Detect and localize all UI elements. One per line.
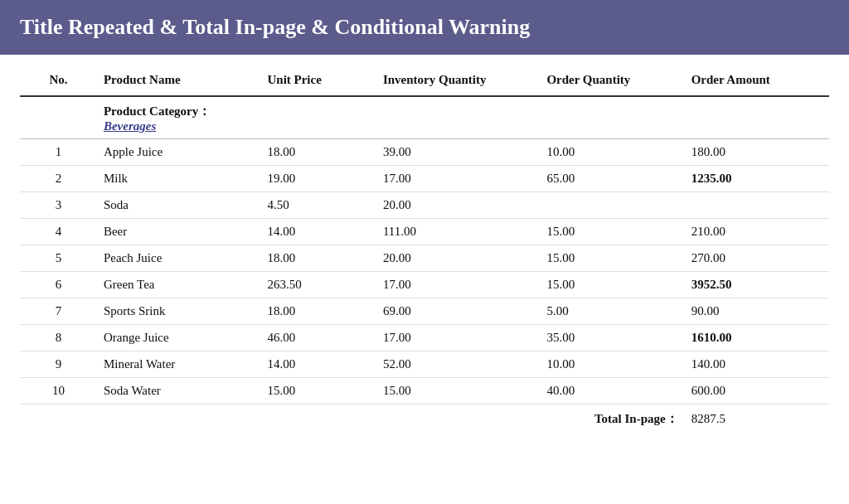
col-header-no: No. xyxy=(20,65,97,96)
cell-order-quantity: 5.00 xyxy=(540,298,684,325)
category-value: Beverages xyxy=(104,119,156,133)
category-filler xyxy=(260,96,829,139)
cell-unit-price: 18.00 xyxy=(260,245,376,272)
table-row: 5 Peach Juice 18.00 20.00 15.00 270.00 xyxy=(20,245,829,272)
category-empty xyxy=(20,96,97,139)
cell-order-amount: 140.00 xyxy=(685,351,829,378)
cell-product-name: Green Tea xyxy=(97,272,261,298)
table-row: 6 Green Tea 263.50 17.00 15.00 3952.50 xyxy=(20,272,829,298)
cell-order-amount: 270.00 xyxy=(685,245,829,272)
cell-no: 1 xyxy=(20,139,97,166)
category-label-cell: Product Category： Beverages xyxy=(97,96,261,139)
cell-inventory-quantity: 20.00 xyxy=(376,245,541,272)
cell-inventory-quantity: 15.00 xyxy=(376,378,541,405)
cell-order-amount: 1235.00 xyxy=(685,166,829,192)
category-label: Product Category： xyxy=(104,104,211,118)
table-row: 9 Mineral Water 14.00 52.00 10.00 140.00 xyxy=(20,351,829,378)
header-bar: Title Repeated & Total In-page & Conditi… xyxy=(0,0,849,55)
cell-unit-price: 14.00 xyxy=(260,219,376,245)
table-body: Product Category： Beverages 1 Apple Juic… xyxy=(20,96,829,434)
cell-order-amount: 210.00 xyxy=(685,219,829,245)
cell-unit-price: 14.00 xyxy=(260,351,376,378)
cell-order-amount: 180.00 xyxy=(685,139,829,166)
table-row: 8 Orange Juice 46.00 17.00 35.00 1610.00 xyxy=(20,325,829,351)
cell-order-quantity: 65.00 xyxy=(540,166,684,192)
cell-order-quantity: 10.00 xyxy=(540,351,684,378)
cell-order-amount: 600.00 xyxy=(685,378,829,405)
cell-product-name: Milk xyxy=(97,166,261,192)
cell-order-amount xyxy=(685,192,829,219)
cell-inventory-quantity: 69.00 xyxy=(376,298,541,325)
cell-order-quantity: 35.00 xyxy=(540,325,684,351)
cell-no: 4 xyxy=(20,219,97,245)
table-row: 10 Soda Water 15.00 15.00 40.00 600.00 xyxy=(20,378,829,405)
cell-order-quantity: 40.00 xyxy=(540,378,684,405)
cell-order-quantity: 15.00 xyxy=(540,219,684,245)
cell-product-name: Orange Juice xyxy=(97,325,261,351)
cell-no: 7 xyxy=(20,298,97,325)
cell-unit-price: 46.00 xyxy=(260,325,376,351)
category-row: Product Category： Beverages xyxy=(20,96,829,139)
table-row: 4 Beer 14.00 111.00 15.00 210.00 xyxy=(20,219,829,245)
cell-order-quantity: 15.00 xyxy=(540,245,684,272)
cell-order-quantity: 10.00 xyxy=(540,139,684,166)
cell-inventory-quantity: 17.00 xyxy=(376,325,541,351)
total-value: 8287.5 xyxy=(685,405,829,434)
col-header-product-name: Product Name xyxy=(97,65,261,96)
cell-no: 8 xyxy=(20,325,97,351)
cell-product-name: Apple Juice xyxy=(97,139,261,166)
main-table: No. Product Name Unit Price Inventory Qu… xyxy=(20,65,829,434)
table-row: 3 Soda 4.50 20.00 xyxy=(20,192,829,219)
cell-product-name: Beer xyxy=(97,219,261,245)
table-row: 2 Milk 19.00 17.00 65.00 1235.00 xyxy=(20,166,829,192)
cell-unit-price: 4.50 xyxy=(260,192,376,219)
cell-order-amount: 1610.00 xyxy=(685,325,829,351)
cell-unit-price: 15.00 xyxy=(260,378,376,405)
cell-inventory-quantity: 17.00 xyxy=(376,272,541,298)
cell-product-name: Soda Water xyxy=(97,378,261,405)
col-header-inventory-quantity: Inventory Quantity xyxy=(376,65,541,96)
cell-no: 6 xyxy=(20,272,97,298)
cell-inventory-quantity: 111.00 xyxy=(376,219,541,245)
col-header-order-amount: Order Amount xyxy=(685,65,829,96)
cell-unit-price: 263.50 xyxy=(260,272,376,298)
total-row: Total In-page： 8287.5 xyxy=(20,405,829,434)
cell-product-name: Mineral Water xyxy=(97,351,261,378)
cell-no: 9 xyxy=(20,351,97,378)
cell-product-name: Peach Juice xyxy=(97,245,261,272)
cell-no: 2 xyxy=(20,166,97,192)
cell-order-quantity: 15.00 xyxy=(540,272,684,298)
table-row: 1 Apple Juice 18.00 39.00 10.00 180.00 xyxy=(20,139,829,166)
cell-product-name: Soda xyxy=(97,192,261,219)
cell-inventory-quantity: 17.00 xyxy=(376,166,541,192)
cell-no: 10 xyxy=(20,378,97,405)
cell-order-quantity xyxy=(540,192,684,219)
table-container: No. Product Name Unit Price Inventory Qu… xyxy=(0,55,849,453)
cell-inventory-quantity: 52.00 xyxy=(376,351,541,378)
col-header-unit-price: Unit Price xyxy=(260,65,376,96)
cell-inventory-quantity: 20.00 xyxy=(376,192,541,219)
total-label: Total In-page： xyxy=(540,405,684,434)
col-header-order-quantity: Order Quantity xyxy=(540,65,684,96)
cell-order-amount: 3952.50 xyxy=(685,272,829,298)
total-empty xyxy=(20,405,540,434)
cell-unit-price: 19.00 xyxy=(260,166,376,192)
cell-unit-price: 18.00 xyxy=(260,139,376,166)
table-row: 7 Sports Srink 18.00 69.00 5.00 90.00 xyxy=(20,298,829,325)
cell-inventory-quantity: 39.00 xyxy=(376,139,541,166)
cell-order-amount: 90.00 xyxy=(685,298,829,325)
cell-no: 3 xyxy=(20,192,97,219)
cell-no: 5 xyxy=(20,245,97,272)
cell-product-name: Sports Srink xyxy=(97,298,261,325)
cell-unit-price: 18.00 xyxy=(260,298,376,325)
table-header: No. Product Name Unit Price Inventory Qu… xyxy=(20,65,829,96)
page-title: Title Repeated & Total In-page & Conditi… xyxy=(20,15,829,40)
